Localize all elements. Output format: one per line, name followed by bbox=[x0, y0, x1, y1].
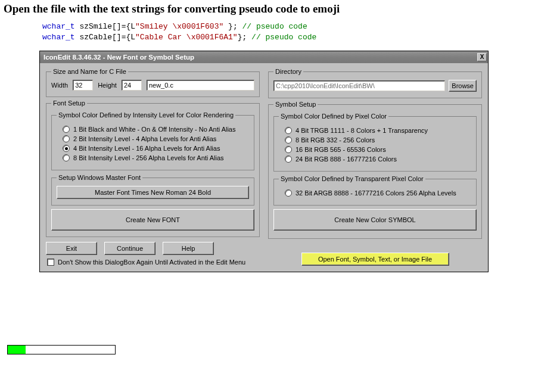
font-setup-group: Font Setup Symbol Color Defined by Inten… bbox=[46, 99, 260, 237]
exit-button[interactable]: Exit bbox=[46, 242, 97, 255]
code-sample: wchar_t szSmile[]={L"Smiley \x0001F603" … bbox=[42, 21, 531, 42]
radio-icon bbox=[285, 155, 292, 163]
radio-trgb-4bit[interactable]: 4 Bit TRGB 1111 - 8 Colors + 1 Transpare… bbox=[285, 127, 471, 134]
progress-bar bbox=[7, 345, 116, 354]
code-ident: szCable[]={L bbox=[79, 33, 135, 42]
create-symbol-button[interactable]: Create New Color SYMBOL bbox=[273, 209, 477, 231]
pixel-color-group: Symbol Color Defined by Pixel Color 4 Bi… bbox=[273, 113, 477, 172]
radio-icon bbox=[285, 136, 292, 144]
radio-intensity-1bit[interactable]: 1 Bit Black and White - On & Off Intensi… bbox=[63, 126, 249, 133]
radio-label: 24 Bit RGB 888 - 16777216 Colors bbox=[296, 155, 397, 163]
size-and-name-legend: Size and Name for C File bbox=[51, 68, 128, 75]
dont-show-checkbox-row[interactable]: Don't Show this DialogBox Again Until Ac… bbox=[47, 259, 260, 266]
radio-label: 8 Bit Intensity Level - 256 Alpha Levels… bbox=[73, 154, 224, 161]
directory-path bbox=[273, 80, 445, 91]
radio-rgb-24bit[interactable]: 24 Bit RGB 888 - 16777216 Colors bbox=[285, 155, 471, 163]
radio-icon bbox=[63, 154, 70, 161]
close-button[interactable]: X bbox=[477, 53, 487, 61]
master-font-button[interactable]: Master Font Times New Roman 24 Bold bbox=[57, 186, 249, 199]
radio-icon bbox=[63, 135, 70, 142]
radio-label: 4 Bit TRGB 1111 - 8 Colors + 1 Transpare… bbox=[296, 127, 428, 134]
code-comment: // pseudo code bbox=[242, 22, 307, 31]
directory-group: Directory Browse bbox=[268, 68, 482, 98]
create-font-button[interactable]: Create New FONT bbox=[51, 209, 254, 231]
directory-legend: Directory bbox=[273, 68, 303, 75]
titlebar[interactable]: IconEdit 8.3.46.32 - New Font or Symbol … bbox=[40, 51, 488, 63]
radio-icon bbox=[285, 127, 292, 134]
symbol-setup-group: Symbol Setup Symbol Color Defined by Pix… bbox=[268, 101, 482, 239]
pixel-color-legend: Symbol Color Defined by Pixel Color bbox=[279, 113, 388, 120]
height-label: Height bbox=[98, 82, 117, 89]
code-ident: szSmile[]={L bbox=[79, 22, 135, 31]
filename-input[interactable] bbox=[147, 80, 254, 91]
master-font-group: Setup Windows Master Font Master Font Ti… bbox=[51, 174, 254, 206]
close-icon: X bbox=[480, 54, 484, 60]
radio-icon bbox=[285, 189, 292, 197]
radio-label: 32 Bit ARGB 8888 - 16777216 Colors 256 A… bbox=[296, 189, 456, 197]
height-input[interactable] bbox=[122, 80, 142, 91]
width-input[interactable] bbox=[73, 80, 93, 91]
radio-icon bbox=[285, 146, 292, 153]
dont-show-label: Don't Show this DialogBox Again Until Ac… bbox=[58, 259, 245, 266]
dialog-window: IconEdit 8.3.46.32 - New Font or Symbol … bbox=[39, 51, 489, 272]
radio-intensity-4bit[interactable]: 4 Bit Intensity Level - 16 Alpha Levels … bbox=[63, 145, 249, 152]
width-label: Width bbox=[51, 82, 68, 89]
radio-icon bbox=[63, 145, 70, 152]
code-keyword: wchar_t bbox=[42, 33, 75, 42]
window-title: IconEdit 8.3.46.32 - New Font or Symbol … bbox=[43, 54, 194, 61]
font-setup-legend: Font Setup bbox=[51, 99, 87, 107]
continue-button[interactable]: Continue bbox=[104, 242, 155, 255]
code-string: "Cable Car \x0001F6A1" bbox=[135, 33, 238, 42]
radio-intensity-2bit[interactable]: 2 Bit Intensity Level - 4 Alpha Levels f… bbox=[63, 135, 249, 142]
code-keyword: wchar_t bbox=[42, 22, 75, 31]
radio-argb-32bit[interactable]: 32 Bit ARGB 8888 - 16777216 Colors 256 A… bbox=[285, 189, 471, 197]
progress-fill bbox=[8, 346, 26, 354]
radio-label: 4 Bit Intensity Level - 16 Alpha Levels … bbox=[73, 145, 220, 152]
radio-label: 16 Bit RGB 565 - 65536 Colors bbox=[296, 146, 386, 153]
page-title: Open the file with the text strings for … bbox=[4, 2, 531, 15]
radio-label: 1 Bit Black and White - On & Off Intensi… bbox=[73, 126, 235, 133]
radio-label: 8 Bit RGB 332 - 256 Colors bbox=[296, 136, 375, 144]
radio-rgb-16bit[interactable]: 16 Bit RGB 565 - 65536 Colors bbox=[285, 146, 471, 153]
master-font-legend: Setup Windows Master Font bbox=[57, 174, 142, 181]
transparent-color-group: Symbol Color Defined by Transparent Pixe… bbox=[273, 175, 477, 206]
transparent-color-legend: Symbol Color Defined by Transparent Pixe… bbox=[279, 175, 425, 182]
symbol-setup-legend: Symbol Setup bbox=[273, 101, 318, 108]
code-comment: // pseudo code bbox=[251, 33, 316, 42]
radio-rgb-8bit[interactable]: 8 Bit RGB 332 - 256 Colors bbox=[285, 136, 471, 144]
radio-intensity-8bit[interactable]: 8 Bit Intensity Level - 256 Alpha Levels… bbox=[63, 154, 249, 161]
help-button[interactable]: Help bbox=[163, 242, 214, 255]
code-string: "Smiley \x0001F603" bbox=[135, 22, 228, 31]
radio-icon bbox=[63, 126, 70, 133]
checkbox-icon bbox=[47, 259, 54, 266]
intensity-group: Symbol Color Defined by Intensity Level … bbox=[51, 111, 254, 170]
size-and-name-group: Size and Name for C File Width Height bbox=[46, 68, 260, 97]
browse-button[interactable]: Browse bbox=[449, 80, 477, 92]
radio-label: 2 Bit Intensity Level - 4 Alpha Levels f… bbox=[73, 135, 216, 142]
open-file-button[interactable]: Open Font, Symbol, Text, or Image File bbox=[301, 253, 449, 266]
intensity-legend: Symbol Color Defined by Intensity Level … bbox=[57, 111, 235, 119]
